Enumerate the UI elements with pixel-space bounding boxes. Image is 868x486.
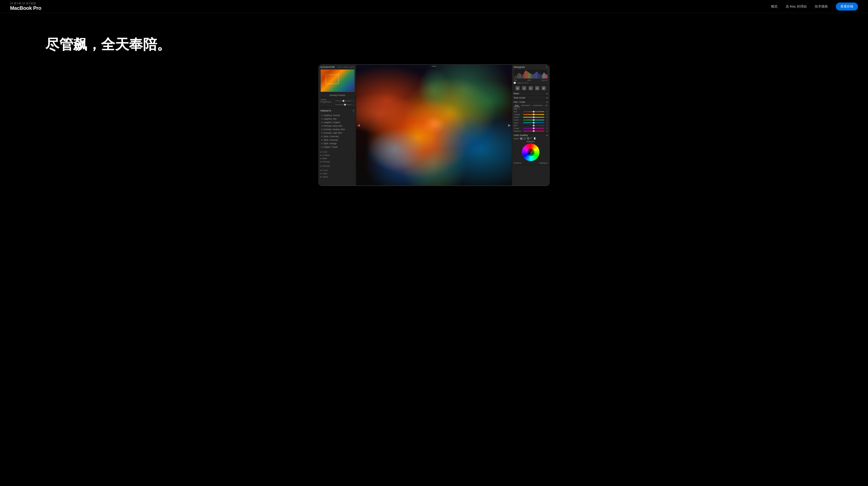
nav-cta-button[interactable]: 查看价格: [836, 2, 858, 10]
preset-adaptive-subject[interactable]: ▶ Adaptive: Subject: [319, 121, 356, 124]
lr-hue-yellow-label: Yellow: [514, 116, 522, 118]
preset-arrow: ▶: [321, 118, 323, 120]
nav-link-overview[interactable]: 概览: [771, 4, 778, 9]
lr-cg-arrow[interactable]: ◀: [546, 134, 548, 136]
preset-adaptive-sky[interactable]: ▶ Adaptive: Sky: [319, 117, 356, 121]
lr-prev-arrow[interactable]: ◀: [357, 123, 360, 127]
lr-develop-presets-label: Develop Presets: [319, 93, 356, 97]
lr-hsl-hue-target[interactable]: ⊙: [518, 108, 520, 110]
lr-presets-add-button[interactable]: +: [352, 109, 354, 113]
preset-defaults[interactable]: ▶ Defaults: [319, 164, 356, 168]
lr-slider-track-1[interactable]: [335, 100, 352, 101]
svg-rect-18: [535, 72, 536, 79]
lr-cg-icon-2[interactable]: [523, 137, 526, 140]
preset-portraits-medium[interactable]: ▶ Portraits: Medium Skin: [319, 128, 356, 131]
lr-nav-image: [321, 70, 354, 92]
lr-hsl-tab-all[interactable]: All: [544, 104, 549, 107]
nav-fill[interactable]: FILL: [338, 66, 342, 68]
lr-slider-track-2[interactable]: [335, 104, 352, 105]
lr-presets-header: Presets +: [319, 109, 356, 113]
preset-label: Style: Futuristic: [323, 139, 338, 141]
lr-tool-crop[interactable]: ⊞: [516, 86, 520, 90]
lr-tool-redeye[interactable]: ✏: [529, 86, 533, 90]
preset-arrow: ▶: [321, 128, 323, 130]
lr-hue-blue: Blue 0: [514, 124, 548, 127]
svg-rect-14: [530, 73, 531, 79]
lr-tone-curve-header[interactable]: Tone Curve ◀: [514, 96, 548, 99]
lr-cg-shadows-label: Shadows: [514, 162, 521, 164]
preset-portraits-deep[interactable]: ▶ Portraits: Deep Skin: [319, 124, 356, 128]
lr-hue-orange: Orange 0: [514, 113, 548, 116]
hist-source-label: Original Photo: [516, 82, 528, 84]
preset-group-creative[interactable]: ▶ Creative: [319, 154, 356, 157]
lr-nav-header: Navigator FILL 100% 200%: [320, 66, 354, 68]
lr-hue-purple-slider[interactable]: [523, 128, 544, 129]
lr-hue-orange-slider[interactable]: [523, 114, 544, 115]
laptop-container: Navigator FILL 100% 200%: [0, 64, 868, 186]
preset-grain[interactable]: ▶ Grain: [319, 172, 356, 175]
preset-style-cinematic[interactable]: ▶ Style: Cinematic: [319, 135, 356, 138]
preset-style-futuristic[interactable]: ▶ Style: Futuristic: [319, 138, 356, 142]
preset-arrow: ▶: [321, 114, 323, 116]
lr-tool-gradient[interactable]: ⊖: [535, 86, 539, 90]
lr-cg-icon-4[interactable]: [530, 137, 533, 140]
preset-arrow: ▶: [321, 143, 323, 145]
lr-histogram-arrow[interactable]: ▼: [546, 66, 548, 68]
lr-cg-icon-1[interactable]: [520, 137, 522, 140]
nav-link-specs[interactable]: 技术规格: [815, 4, 828, 9]
preset-group-bw[interactable]: ▶ B&W: [319, 157, 356, 160]
group-label: Creative: [322, 154, 330, 156]
lr-navigator: Navigator FILL 100% 200%: [319, 65, 356, 93]
lr-slider-val-2: —: [352, 103, 354, 106]
lr-hue-green-slider[interactable]: [523, 120, 544, 120]
preset-group-portraits[interactable]: ▶ Portraits: [319, 160, 356, 163]
lr-sliders-section: Clarity Progression —: [319, 97, 356, 108]
preset-label: Portraits: Deep Skin: [323, 125, 343, 127]
lr-tool-spot[interactable]: ⊙: [522, 86, 526, 90]
preset-label: Portraits: Light Skin: [323, 132, 342, 134]
svg-rect-24: [542, 74, 543, 79]
lr-cg-icon-3[interactable]: [527, 137, 529, 140]
nav-100[interactable]: 100%: [343, 66, 348, 68]
lr-hsl-tab-saturation[interactable]: Saturation: [520, 104, 531, 107]
preset-curve[interactable]: ▶ Curve: [319, 169, 356, 172]
lr-tool-brush[interactable]: ⊕: [542, 86, 546, 90]
lr-hue-red-slider[interactable]: [523, 111, 544, 112]
lr-hue-green-val: 0: [545, 119, 548, 121]
preset-subject-travel[interactable]: ▶ Subject: Travel: [319, 145, 356, 149]
lr-hue-purple-thumb: [533, 127, 535, 129]
nav-200[interactable]: 200%: [349, 66, 354, 68]
preset-arrow: ▶: [321, 121, 323, 123]
lr-histogram-chart: [514, 69, 548, 79]
preset-portraits-light[interactable]: ▶ Portraits: Light Skin: [319, 131, 356, 135]
lr-basic-arrow: ◀: [546, 92, 548, 95]
lr-hsl-title: HSL / Color: [514, 101, 525, 103]
lr-hsl-tab-hue[interactable]: Hue: [514, 104, 520, 107]
preset-style-vintage[interactable]: ▶ Style: Vintage: [319, 142, 356, 145]
preset-arrow: ▶: [320, 154, 322, 156]
nav-link-reasons[interactable]: 选 Mac 的理由: [786, 4, 807, 9]
lr-hue-magenta-slider[interactable]: [523, 131, 544, 131]
preset-optics[interactable]: ▶ Optics: [319, 175, 356, 178]
lr-cg-adjust-row: Adjust: [514, 137, 548, 140]
lr-color-grading-section: Color Grading ◀ Adjust: [512, 133, 549, 165]
lr-next-arrow[interactable]: ▶: [508, 123, 511, 127]
lr-histogram-header: Histogram ▼: [514, 66, 548, 68]
nav-title: MacBook Pro: [10, 5, 41, 11]
preset-group-color[interactable]: ▶ Color: [319, 150, 356, 154]
lr-hsl-tab-luminance[interactable]: Luminance: [531, 104, 544, 107]
lr-hue-blue-slider[interactable]: [523, 125, 544, 126]
lr-hsl-arrow[interactable]: ◀: [546, 101, 548, 103]
lr-hue-blue-val: 0: [545, 124, 548, 127]
preset-adaptive-portrait[interactable]: ▶ Adaptive: Portrait: [319, 114, 356, 117]
preset-arrow: ▶: [320, 151, 322, 153]
lr-basic-header[interactable]: Basic ◀: [514, 92, 548, 95]
lr-hue-yellow-slider[interactable]: [523, 117, 544, 118]
lr-cg-icon-5[interactable]: [534, 137, 535, 140]
lr-hue-magenta-val: 0: [545, 130, 548, 132]
lr-tools-row: ⊞ ⊙ ✏ ⊖ ⊕: [512, 85, 549, 91]
lr-hue-aqua: Aqua 0: [514, 122, 548, 124]
lr-hue-aqua-slider[interactable]: [523, 122, 544, 123]
lightroom-ui: Navigator FILL 100% 200%: [319, 65, 549, 185]
lr-color-wheel[interactable]: [522, 144, 539, 161]
